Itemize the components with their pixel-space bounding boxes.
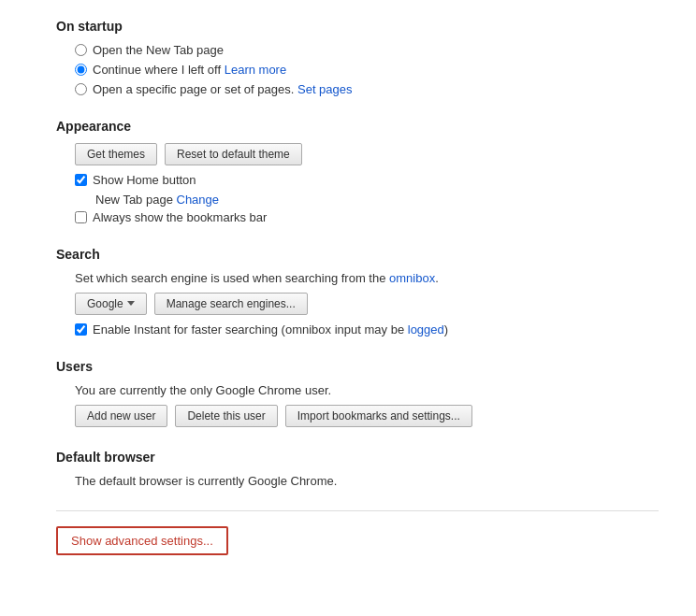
default-browser-title: Default browser	[56, 450, 659, 465]
show-home-button-checkbox[interactable]	[75, 174, 87, 186]
startup-option2-radio[interactable]	[75, 64, 87, 76]
manage-search-engines-button[interactable]: Manage search engines...	[154, 293, 308, 315]
users-title: Users	[56, 359, 659, 374]
dropdown-arrow-icon	[127, 301, 135, 306]
get-themes-button[interactable]: Get themes	[75, 143, 157, 165]
show-bookmarks-row: Always show the bookmarks bar	[75, 210, 659, 224]
search-engine-row: Google Manage search engines...	[75, 293, 659, 315]
set-pages-link[interactable]: Set pages	[297, 82, 353, 96]
users-button-row: Add new user Delete this user Import boo…	[75, 405, 659, 427]
show-bookmarks-label: Always show the bookmarks bar	[93, 210, 267, 224]
appearance-section: Appearance Get themes Reset to default t…	[56, 119, 659, 224]
reset-theme-button[interactable]: Reset to default theme	[165, 143, 302, 165]
show-home-button-row: Show Home button	[75, 173, 659, 187]
startup-option3-row: Open a specific page or set of pages. Se…	[75, 82, 659, 96]
startup-option3-radio[interactable]	[75, 83, 87, 95]
users-description: You are currently the only Google Chrome…	[75, 383, 659, 397]
startup-option1-radio[interactable]	[75, 44, 87, 56]
logged-link[interactable]: logged	[408, 322, 444, 337]
show-home-button-label: Show Home button	[93, 173, 196, 187]
startup-option2-row: Continue where I left off Learn more	[75, 63, 659, 77]
startup-option2-label: Continue where I left off Learn more	[93, 63, 286, 77]
appearance-title: Appearance	[56, 119, 659, 134]
enable-instant-row: Enable Instant for faster searching (omn…	[75, 322, 659, 337]
search-content: Set which search engine is used when sea…	[56, 271, 659, 337]
import-bookmarks-button[interactable]: Import bookmarks and settings...	[285, 405, 472, 427]
search-engine-dropdown[interactable]: Google	[75, 293, 147, 315]
startup-option1-row: Open the New Tab page	[75, 43, 659, 57]
enable-instant-label: Enable Instant for faster searching (omn…	[93, 322, 448, 337]
settings-page: On startup Open the New Tab page Continu…	[0, 0, 696, 574]
search-description: Set which search engine is used when sea…	[75, 271, 659, 285]
divider	[56, 510, 659, 511]
add-new-user-button[interactable]: Add new user	[75, 405, 167, 427]
show-advanced-settings-button[interactable]: Show advanced settings...	[56, 526, 228, 555]
show-bookmarks-checkbox[interactable]	[75, 211, 87, 223]
search-title: Search	[56, 247, 659, 262]
search-section: Search Set which search engine is used w…	[56, 247, 659, 337]
startup-option3-label: Open a specific page or set of pages. Se…	[93, 82, 353, 96]
change-link[interactable]: Change	[177, 193, 220, 207]
default-browser-section: Default browser The default browser is c…	[56, 450, 659, 488]
users-section: Users You are currently the only Google …	[56, 359, 659, 427]
startup-option1-label: Open the New Tab page	[93, 43, 224, 57]
theme-button-row: Get themes Reset to default theme	[75, 143, 659, 165]
startup-section: On startup Open the New Tab page Continu…	[56, 19, 659, 96]
learn-more-link[interactable]: Learn more	[225, 63, 286, 77]
default-browser-content: The default browser is currently Google …	[56, 474, 659, 488]
users-content: You are currently the only Google Chrome…	[56, 383, 659, 427]
delete-user-button[interactable]: Delete this user	[175, 405, 277, 427]
omnibox-link[interactable]: omnibox	[389, 271, 435, 285]
startup-options: Open the New Tab page Continue where I l…	[56, 43, 659, 96]
enable-instant-checkbox[interactable]	[75, 323, 87, 336]
new-tab-page-row: New Tab page Change	[75, 193, 659, 207]
appearance-content: Get themes Reset to default theme Show H…	[56, 143, 659, 224]
startup-title: On startup	[56, 19, 659, 34]
default-browser-description: The default browser is currently Google …	[75, 474, 659, 488]
